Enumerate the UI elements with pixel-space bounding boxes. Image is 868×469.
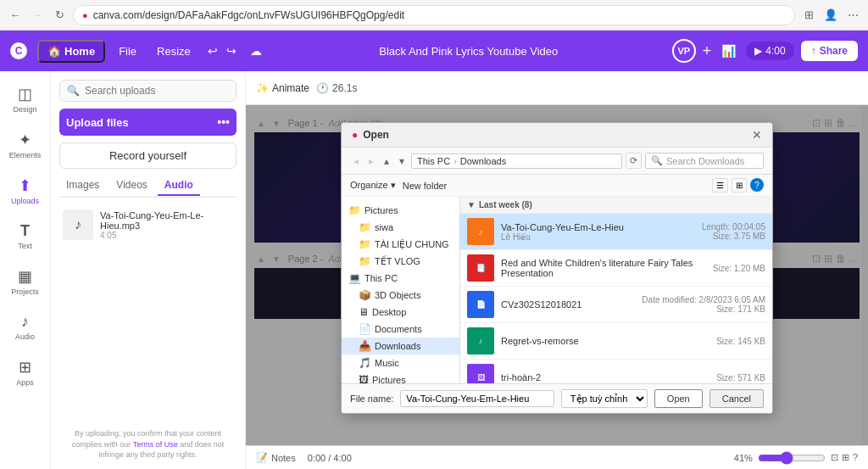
- design-icon: ◫: [18, 85, 32, 103]
- audio-file-duration: 4:05: [100, 231, 233, 240]
- tree-item-pictures[interactable]: 📁 Pictures: [342, 202, 459, 219]
- help-button[interactable]: ?: [750, 178, 764, 192]
- animate-button[interactable]: ✨ Animate: [256, 82, 309, 94]
- sidebar-item-audio[interactable]: ♪ Audio: [0, 306, 50, 348]
- dialog-footer: File name: Tệp tuỳ chỉnh Open Cancel: [342, 383, 772, 413]
- elements-icon: ✦: [19, 131, 31, 149]
- tree-item-pictures2[interactable]: 🖼 Pictures: [342, 371, 459, 383]
- home-button[interactable]: 🏠 Home: [37, 40, 105, 63]
- sidebar-item-projects[interactable]: ▦ Projects: [0, 260, 50, 303]
- extensions-icon[interactable]: ⊞: [800, 7, 817, 24]
- grid-view-button[interactable]: ⊞: [732, 178, 747, 193]
- tree-item-tailieu[interactable]: 📁 TÀI LIỆU CHUNG: [342, 236, 459, 253]
- dialog-file-row[interactable]: 📄 CVz302S12018021 Date modified: 2/8/202…: [460, 287, 772, 323]
- search-input[interactable]: [85, 85, 229, 97]
- address-bar[interactable]: ● canva.com/design/DAFaAakFdgc/onLnvFWsU…: [73, 5, 795, 25]
- fullscreen-icon[interactable]: ⊡: [831, 452, 838, 463]
- dialog-file-row[interactable]: 📑 Red and White Children's literature Fa…: [460, 250, 772, 287]
- upload-files-button[interactable]: Upload files •••: [59, 109, 236, 136]
- tree-item-downloads[interactable]: 📥 Downloads: [342, 338, 459, 355]
- file-info-4: Regret-vs-remorse: [501, 336, 709, 346]
- browser-icons: ⊞ 👤 ⋯: [800, 7, 861, 24]
- pictures-icon: 🖼: [359, 374, 369, 383]
- tree-item-siwa[interactable]: 📁 siwa: [342, 219, 459, 236]
- sidebar-item-design[interactable]: ◫ Design: [0, 78, 50, 120]
- resize-menu[interactable]: Resize: [150, 42, 198, 61]
- list-item[interactable]: ♪ Va-Toi-Cung-Yeu-Em-Le-Hieu.mp3 4:05: [59, 204, 236, 245]
- refresh-path-button[interactable]: ⟳: [626, 153, 642, 169]
- search-dialog-icon: 🔍: [651, 155, 663, 166]
- tree-item-music[interactable]: 🎵 Music: [342, 355, 459, 371]
- url-text: canva.com/design/DAFaAakFdgc/onLnvFWsUGU…: [93, 9, 405, 21]
- folder-icon: 📁: [348, 204, 361, 216]
- cloud-save-button[interactable]: ☁: [247, 42, 265, 59]
- dialog-file-row[interactable]: ♪ Va-Toi-Cung-Yeu-Em-Le-Hieu Lê Hiếu Len…: [460, 214, 772, 250]
- browser-refresh[interactable]: ↻: [51, 7, 68, 24]
- analytics-icon[interactable]: 📊: [718, 41, 739, 61]
- profile-icon[interactable]: 👤: [822, 7, 839, 24]
- sidebar-item-elements[interactable]: ✦ Elements: [0, 124, 50, 166]
- dialog-forward-button[interactable]: ▸: [365, 154, 377, 169]
- record-yourself-button[interactable]: Record yourself: [59, 142, 236, 169]
- computer-icon: 💻: [348, 272, 361, 284]
- terms-link[interactable]: Terms of Use: [133, 440, 178, 449]
- search-box[interactable]: 🔍: [59, 80, 236, 102]
- tab-images[interactable]: Images: [59, 176, 106, 196]
- canva-logo[interactable]: C: [10, 42, 31, 59]
- cancel-button[interactable]: Cancel: [709, 389, 764, 408]
- undo-button[interactable]: ↩: [204, 42, 221, 59]
- img-thumb-icon: 🖼: [477, 373, 485, 382]
- tree-item-documents[interactable]: 📄 Documents: [342, 321, 459, 338]
- dialog-close-button[interactable]: ✕: [752, 128, 762, 142]
- zoom-slider[interactable]: [758, 451, 826, 465]
- dialog-file-row[interactable]: 🖼 tri-hoàn-2 Size: 571 KB: [460, 360, 772, 383]
- tree-item-desktop[interactable]: 🖥 Desktop: [342, 304, 459, 321]
- sidebar: ◫ Design ✦ Elements ⬆ Uploads T Text ▦ P…: [0, 71, 51, 469]
- tree-item-3dobjects[interactable]: 📦 3D Objects: [342, 287, 459, 304]
- dialog-file-row[interactable]: ♪ Regret-vs-remorse Size: 145 KB: [460, 323, 772, 360]
- tab-audio[interactable]: Audio: [158, 176, 200, 196]
- settings-icon[interactable]: ⋯: [844, 7, 861, 24]
- present-icon[interactable]: ⊞: [842, 452, 849, 463]
- browser-forward[interactable]: →: [29, 7, 46, 24]
- help-icon[interactable]: ?: [853, 452, 858, 463]
- dialog-search[interactable]: 🔍 Search Downloads: [645, 153, 764, 169]
- downloads-icon: 📥: [359, 340, 371, 352]
- notes-button[interactable]: 📝 Notes: [256, 452, 296, 463]
- organize-button[interactable]: Organize ▾: [350, 180, 396, 191]
- audio2-thumb-icon: ♪: [479, 337, 483, 345]
- dialog-overlay: ● Open ✕ ◂ ▸ ▴ ▾ This PC: [246, 105, 868, 445]
- clock-icon: 🕐: [316, 82, 329, 94]
- redo-button[interactable]: ↪: [223, 42, 240, 59]
- new-folder-button[interactable]: New folder: [403, 181, 448, 191]
- canvas-scroll[interactable]: ▲ ▼ Page 1 - Add page title ⊡ ⊞ 🗑 …: [246, 105, 868, 445]
- play-button[interactable]: ▶ 4:00: [746, 42, 793, 60]
- browser-back[interactable]: ←: [7, 7, 24, 24]
- list-view-button[interactable]: ☰: [712, 178, 728, 193]
- upload-more-icon: •••: [217, 115, 230, 129]
- user-avatar[interactable]: VP: [672, 39, 696, 63]
- tree-item-tetvlog[interactable]: 📁 TẾT VLOG: [342, 253, 459, 270]
- tab-videos[interactable]: Videos: [109, 176, 153, 196]
- file-info-2: Red and White Children's literature Fair…: [501, 258, 706, 278]
- add-collaborator-button[interactable]: +: [703, 42, 712, 60]
- open-button[interactable]: Open: [654, 389, 703, 408]
- file-menu[interactable]: File: [112, 42, 143, 61]
- canva-dialog-icon: ●: [352, 129, 358, 141]
- dialog-body: 📁 Pictures 📁 siwa 📁 TÀI LIỆU CHUNG: [342, 197, 772, 383]
- file-info-3: CVz302S12018021: [501, 299, 635, 310]
- canvas-toolbar: ✨ Animate 🕐 26.1s: [246, 71, 868, 105]
- tree-item-thispc[interactable]: 💻 This PC: [342, 270, 459, 287]
- filetype-select[interactable]: Tệp tuỳ chỉnh: [561, 389, 648, 408]
- dialog-up-button[interactable]: ▴: [381, 154, 392, 169]
- audio-file-icon: ♪: [63, 209, 93, 240]
- sidebar-item-apps[interactable]: ⊞ Apps: [0, 351, 50, 394]
- undo-redo-group: ↩ ↪: [204, 42, 240, 59]
- dialog-back-button[interactable]: ◂: [350, 154, 362, 169]
- sidebar-item-uploads[interactable]: ⬆ Uploads: [0, 170, 50, 212]
- sidebar-item-text[interactable]: T Text: [0, 215, 50, 257]
- share-button[interactable]: ↑ Share: [801, 41, 858, 61]
- left-panel: 🔍 Upload files ••• Record yourself Image…: [51, 71, 246, 469]
- document-title: Black And Pink Lyrics Youtube Video: [272, 45, 665, 58]
- filename-input[interactable]: [400, 390, 554, 407]
